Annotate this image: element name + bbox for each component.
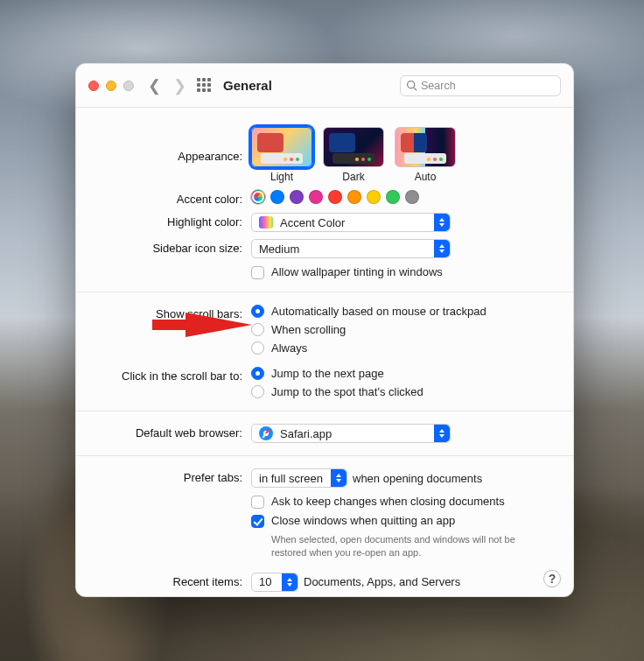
- recent-items-value: 10: [259, 575, 271, 588]
- search-placeholder: Search: [421, 80, 456, 92]
- accent-swatch-blue[interactable]: [270, 190, 284, 204]
- accent-swatch-graphite[interactable]: [405, 190, 419, 204]
- accent-swatch-pink[interactable]: [309, 190, 323, 204]
- scrollbars-option-label: When scrolling: [271, 323, 346, 336]
- click-scrollbar-option-label: Jump to the next page: [271, 367, 384, 380]
- accent-label: Accent color:: [92, 190, 251, 206]
- close-windows-note: When selected, open documents and window…: [251, 533, 540, 560]
- zoom-window-button[interactable]: [123, 81, 134, 91]
- svg-line-1: [414, 88, 416, 90]
- forward-button[interactable]: ❯: [173, 78, 186, 94]
- click-scrollbar-option-0[interactable]: Jump to the next page: [251, 367, 557, 380]
- default-browser-select[interactable]: Safari.app: [251, 424, 451, 443]
- sidebar-size-label: Sidebar icon size:: [92, 239, 251, 255]
- scrollbars-option-1[interactable]: When scrolling: [251, 323, 557, 336]
- scrollbars-option-0[interactable]: Automatically based on mouse or trackpad: [251, 305, 557, 318]
- appearance-option-dark[interactable]: Dark: [323, 127, 384, 183]
- close-windows-label: Close windows when quitting an app: [271, 514, 455, 527]
- scrollbars-option-label: Always: [271, 341, 307, 355]
- wallpaper-tinting-label: Allow wallpaper tinting in windows: [271, 265, 443, 278]
- appearance-option-label: Light: [251, 171, 312, 183]
- prefer-tabs-label: Prefer tabs:: [92, 468, 251, 484]
- close-window-button[interactable]: [88, 81, 99, 91]
- traffic-lights: [88, 81, 134, 91]
- accent-swatch-orange[interactable]: [347, 190, 361, 204]
- highlight-color-select[interactable]: Accent Color: [251, 213, 451, 232]
- click-scrollbar-option-1[interactable]: Jump to the spot that's clicked: [251, 385, 557, 398]
- ask-keep-changes-label: Ask to keep changes when closing documen…: [271, 495, 505, 508]
- prefer-tabs-value: in full screen: [259, 472, 323, 485]
- wallpaper-tinting-checkbox[interactable]: Allow wallpaper tinting in windows: [251, 265, 443, 279]
- svg-point-0: [408, 81, 415, 88]
- accent-swatch-red[interactable]: [328, 190, 342, 204]
- recent-items-select[interactable]: 10: [251, 573, 298, 592]
- appearance-option-light[interactable]: Light: [251, 127, 312, 183]
- page-title: General: [223, 78, 272, 93]
- appearance-option-label: Dark: [323, 171, 384, 183]
- preferences-window: ❮ ❯ General Search Appearance: LightDark…: [75, 63, 574, 597]
- highlight-color-value: Accent Color: [280, 216, 345, 229]
- recent-items-label: Recent items:: [92, 573, 251, 588]
- search-input[interactable]: Search: [400, 75, 561, 96]
- search-icon: [406, 80, 417, 91]
- scrollbars-label: Show scroll bars:: [92, 305, 251, 320]
- recent-items-suffix: Documents, Apps, and Servers: [304, 575, 460, 588]
- help-button[interactable]: ?: [543, 570, 561, 587]
- appearance-option-auto[interactable]: Auto: [395, 127, 456, 183]
- click-scrollbar-option-label: Jump to the spot that's clicked: [271, 385, 424, 398]
- browser-label: Default web browser:: [92, 424, 251, 439]
- accent-swatch-multicolor[interactable]: [251, 190, 265, 204]
- accent-swatch-purple[interactable]: [290, 190, 304, 204]
- highlight-swatch-icon: [259, 216, 273, 229]
- back-button[interactable]: ❮: [148, 78, 161, 94]
- scrollbars-option-2[interactable]: Always: [251, 341, 557, 355]
- minimize-window-button[interactable]: [106, 81, 116, 91]
- accent-swatch-green[interactable]: [386, 190, 400, 204]
- ask-keep-changes-checkbox[interactable]: Ask to keep changes when closing documen…: [251, 495, 557, 509]
- highlight-label: Highlight color:: [92, 213, 251, 229]
- prefer-tabs-select[interactable]: in full screen: [251, 468, 347, 488]
- safari-icon: [259, 426, 273, 440]
- click-scrollbar-label: Click in the scroll bar to:: [92, 367, 251, 383]
- sidebar-size-value: Medium: [259, 243, 299, 256]
- prefer-tabs-suffix: when opening documents: [353, 472, 482, 485]
- appearance-option-label: Auto: [395, 171, 456, 183]
- close-windows-checkbox[interactable]: Close windows when quitting an app: [251, 514, 557, 528]
- content: Appearance: LightDarkAuto Accent color: …: [76, 108, 573, 596]
- appearance-label: Appearance:: [92, 127, 251, 163]
- scrollbars-option-label: Automatically based on mouse or trackpad: [271, 305, 486, 318]
- titlebar: ❮ ❯ General Search: [76, 64, 573, 108]
- show-all-icon[interactable]: [197, 78, 213, 94]
- sidebar-size-select[interactable]: Medium: [251, 239, 451, 258]
- default-browser-value: Safari.app: [280, 427, 332, 440]
- accent-swatch-yellow[interactable]: [367, 190, 381, 204]
